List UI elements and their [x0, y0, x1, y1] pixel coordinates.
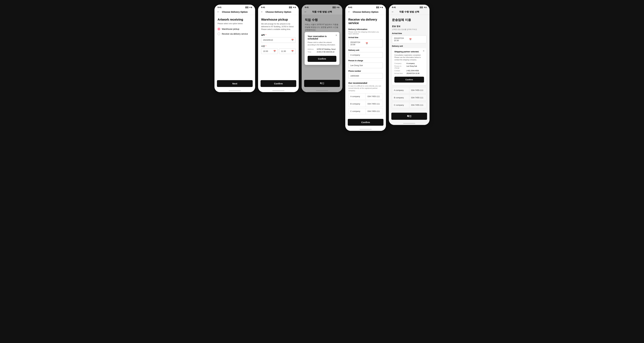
- confirm-button-4[interactable]: Confirm: [348, 119, 384, 126]
- date-value-2: 2024/05/10: [263, 39, 273, 41]
- delivery-unit-input-4[interactable]: A company: [348, 52, 383, 58]
- home-bar-4: [360, 129, 372, 130]
- status-bar-1: 9:41 ▌▌▌ ⊜ ▮: [214, 5, 255, 9]
- time-label-2: 시간 *: [261, 45, 296, 47]
- company-phone-a: 034-7455-111: [366, 93, 383, 99]
- panel-value-company: A company: [406, 62, 415, 64]
- required-star-time: *: [265, 45, 266, 47]
- status-icons-1: ▌▌▌ ⊜ ▮: [246, 6, 252, 8]
- company-name-b: B company: [348, 101, 366, 107]
- signal-icon: ▌▌▌: [246, 6, 249, 8]
- panel-sub-5: Consultation registration completed. Ple…: [394, 54, 424, 61]
- company-row-a[interactable]: A company 034-7455-111: [348, 93, 383, 99]
- company-phone-5b: 034-7455-111: [409, 95, 426, 101]
- signal-icon-4: ▌▌▌: [376, 6, 380, 8]
- person-label-4: Person in charge: [348, 60, 383, 62]
- panel-label-person: Person in charge: [394, 65, 406, 69]
- back-icon-4[interactable]: ←: [348, 10, 350, 13]
- status-bar-5: 9:41 ▌▌▌ ⊜ ▮: [389, 5, 430, 9]
- panel-value-person: Lee Dong Suk: [406, 65, 417, 69]
- arrival-input-5[interactable]: 2024/07/24 10:30 📅: [392, 35, 426, 43]
- home-indicator-2: [258, 89, 299, 92]
- bottom-area-5: 확인: [389, 111, 430, 122]
- company-phone-5c: 034-7455-111: [409, 102, 426, 108]
- battery-icon-5: ▮: [426, 6, 426, 8]
- back-icon-1[interactable]: ←: [217, 10, 220, 13]
- delivery-unit-label-4: Delivery unit: [348, 49, 383, 51]
- panel-value-contact: (+82) 2544-4556: [406, 70, 419, 71]
- arrival-value-4: 2024/07/24 10:30: [350, 41, 366, 46]
- calendar-icon-2: 📅: [291, 39, 294, 41]
- s4-heading: Receive via delivery service: [348, 18, 383, 25]
- back-icon-5[interactable]: ←: [391, 10, 394, 13]
- person-input-4[interactable]: Lee Dong Suk: [348, 63, 383, 68]
- s4-section-label: Delivery Information: [348, 28, 383, 30]
- nav-title-5: 작품 수령 방법 선택: [395, 10, 423, 13]
- phone-screen-5: 9:41 ▌▌▌ ⊜ ▮ ← 작품 수령 방법 선택 운송업체 이용 운송 정보…: [389, 4, 430, 125]
- radio-warehouse[interactable]: [218, 28, 220, 30]
- company-row-b[interactable]: B company 034-7455-111: [348, 101, 383, 107]
- status-time-1: 9:41: [218, 6, 222, 8]
- modal-close-3[interactable]: ✕: [335, 34, 337, 37]
- option-warehouse[interactable]: Warehouse pickup: [218, 28, 252, 30]
- company-row-5b[interactable]: B company 034-7455-111: [392, 94, 426, 101]
- calendar-icon-4: 📅: [366, 42, 381, 45]
- status-bar-4: 9:41 ▌▌▌ ⊜ ▮: [345, 5, 386, 9]
- company-name-5b: B company: [392, 95, 409, 101]
- phone-input-4[interactable]: 19055484: [348, 73, 383, 79]
- arrival-label-4: Arrival time: [348, 36, 383, 38]
- s4-rec-heading: Our recommended: [348, 82, 383, 84]
- next-button[interactable]: Next: [217, 80, 253, 87]
- screen5-content: 운송업체 이용 운송 정보 선택한 운송 정보를 입력해 주세요 Arrival…: [389, 15, 430, 111]
- divider-4: [348, 80, 383, 81]
- phone-label-4: Phone number: [348, 70, 383, 72]
- time-input-2[interactable]: 11:30 📅: [279, 48, 296, 54]
- battery-icon-4: ▮: [382, 6, 383, 8]
- radio-delivery[interactable]: [218, 32, 220, 35]
- confirm-button-5[interactable]: 확인: [391, 113, 427, 120]
- option-delivery[interactable]: Receive via delivery service: [218, 32, 252, 35]
- panel-row-company: Company A company: [394, 62, 424, 64]
- wifi-icon: ⊜: [249, 6, 250, 8]
- arrival-input-4[interactable]: 2024/07/24 10:30 📅: [348, 39, 383, 47]
- nav-bar-4: ← Choose Delivery Option: [345, 9, 386, 15]
- modal-value-time: 15:00-17:00 2024.05.10: [317, 51, 334, 53]
- status-time-5: 9:41: [392, 6, 396, 8]
- company-phone-b: 034-7455-111: [366, 101, 383, 107]
- modal-overlay-3[interactable]: ✕ Your reservation is scheduled Please v…: [302, 5, 342, 92]
- modal-sub-3: Please visit to collect the artwork acco…: [308, 41, 336, 46]
- modal-row-address: Address 16783 NT Building, Seoul: [308, 48, 336, 50]
- confirm-button-2[interactable]: Confirm: [260, 80, 296, 87]
- screen1-content: Artwork receiving Please select one opti…: [214, 15, 255, 78]
- home-indicator-4: [345, 128, 386, 131]
- arrival-value-5: 2024/07/24 10:30: [394, 37, 409, 41]
- delivery-unit-label-5: Delivery unit: [392, 45, 426, 47]
- home-bar-2: [272, 90, 284, 91]
- date-label-2: 날짜 *: [261, 34, 296, 36]
- status-time-4: 9:41: [348, 6, 352, 8]
- panel-value-arrival: 2024/07/24 10:30: [406, 72, 420, 74]
- bottom-area-1: Next: [214, 78, 255, 89]
- time-input-1[interactable]: 10:30 📅: [261, 48, 278, 54]
- modal-row-time: Time 15:00-17:00 2024.05.10: [308, 51, 336, 53]
- arrival-label-5: Arrival time: [392, 32, 426, 34]
- panel-row-contact: Contact (+82) 2544-4556: [394, 70, 424, 71]
- bottom-area-2: Confirm: [258, 78, 299, 89]
- panel-label-company: Company: [394, 62, 406, 64]
- signal-icon-2: ▌▌▌: [289, 6, 292, 8]
- company-name-5c: C company: [392, 102, 409, 108]
- time-value-1: 10:30: [263, 50, 268, 52]
- panel-close-5[interactable]: ✕: [423, 50, 425, 52]
- company-name-5a: A company: [392, 87, 409, 93]
- panel-label-contact: Contact: [394, 70, 406, 71]
- calendar-icon-5: 📅: [409, 38, 424, 40]
- modal-title-3: Your reservation is scheduled: [308, 35, 336, 40]
- status-time-2: 9:41: [261, 6, 265, 8]
- date-input-2[interactable]: 2024/05/10 📅: [261, 37, 296, 43]
- company-row-5a[interactable]: A company 034-7455-111: [392, 87, 426, 93]
- company-row-5c[interactable]: C company 034-7455-111: [392, 102, 426, 108]
- company-row-c[interactable]: C company 034-7455-111: [348, 108, 383, 114]
- back-icon-2[interactable]: ←: [260, 10, 263, 13]
- panel-confirm-button-5[interactable]: Confirm: [394, 77, 424, 83]
- modal-confirm-button-3[interactable]: Confirm: [308, 56, 336, 62]
